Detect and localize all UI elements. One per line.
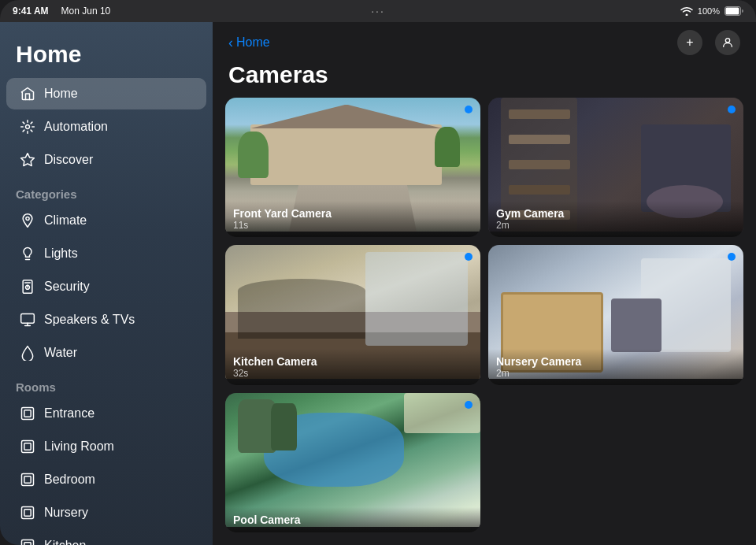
svg-point-4	[26, 217, 29, 220]
camera-info-nursery: Nursery Camera 2m	[488, 349, 743, 385]
status-date: Mon Jun 10	[61, 6, 111, 17]
camera-tile-pool[interactable]: Pool Camera	[225, 393, 480, 532]
sidebar-item-climate[interactable]: Climate	[6, 205, 206, 236]
nursery-label: Nursery	[44, 506, 88, 520]
automation-icon	[19, 118, 36, 135]
climate-label: Climate	[44, 213, 87, 228]
sidebar-item-security[interactable]: Security	[6, 271, 206, 302]
entrance-label: Entrance	[44, 406, 94, 421]
battery-icon	[724, 6, 743, 16]
bedroom-icon	[19, 471, 36, 488]
camera-tile-nursery[interactable]: Nursery Camera 2m	[488, 245, 743, 384]
nursery-icon	[19, 504, 36, 521]
camera-name-gym: Gym Camera	[496, 207, 736, 220]
water-icon	[19, 344, 36, 361]
camera-name-nursery: Nursery Camera	[496, 355, 736, 368]
svg-rect-10	[22, 441, 34, 453]
top-nav: ‹ Home +	[213, 22, 756, 58]
page-title: Cameras	[213, 58, 756, 98]
camera-time-kitchen: 32s	[233, 368, 472, 379]
automation-label: Automation	[44, 120, 108, 134]
add-icon: +	[686, 35, 693, 50]
svg-marker-3	[21, 154, 35, 166]
app-layout: Home Home Automation Discover	[0, 22, 756, 545]
discover-icon	[19, 151, 36, 169]
svg-rect-13	[24, 476, 31, 483]
lights-label: Lights	[44, 247, 78, 261]
lights-icon	[19, 245, 36, 262]
sidebar-item-home[interactable]: Home	[6, 78, 206, 109]
rooms-header: Rooms	[0, 369, 213, 397]
sidebar-title: Home	[0, 35, 213, 77]
home-icon	[19, 85, 36, 102]
live-dot-pool	[465, 401, 472, 409]
camera-info-kitchen: Kitchen Camera 32s	[225, 349, 480, 385]
camera-time-gym: 2m	[496, 220, 736, 231]
sidebar-item-nursery[interactable]: Nursery	[6, 497, 206, 528]
svg-rect-9	[24, 410, 31, 417]
sidebar: Home Home Automation Discover	[0, 22, 213, 545]
main-content: ‹ Home + Cameras	[213, 22, 756, 545]
speakers-icon	[19, 311, 36, 328]
wifi-icon	[680, 6, 693, 16]
svg-rect-14	[22, 507, 34, 519]
camera-time-nursery: 2m	[496, 368, 736, 379]
back-chevron-icon: ‹	[228, 35, 233, 51]
status-right: 100%	[680, 6, 743, 16]
camera-tile-gym[interactable]: Gym Camera 2m	[488, 98, 743, 237]
camera-tile-front-yard[interactable]: Front Yard Camera 11s	[225, 98, 480, 237]
svg-rect-11	[24, 443, 31, 450]
entrance-room-icon	[19, 405, 36, 422]
sidebar-item-bedroom[interactable]: Bedroom	[6, 464, 206, 495]
live-dot-gym	[728, 106, 736, 113]
person-icon	[721, 36, 734, 49]
kitchen-icon	[19, 537, 36, 545]
live-dot-front-yard	[465, 106, 472, 113]
camera-tile-kitchen[interactable]: Kitchen Camera 32s	[225, 245, 480, 384]
top-actions: +	[677, 30, 740, 55]
sidebar-item-kitchen[interactable]: Kitchen	[6, 530, 206, 545]
svg-rect-7	[21, 314, 35, 324]
sidebar-item-living[interactable]: Living Room	[6, 431, 206, 462]
water-label: Water	[44, 346, 77, 360]
svg-rect-15	[24, 510, 31, 516]
camera-name-front-yard: Front Yard Camera	[233, 207, 472, 220]
status-bar: 9:41 AM Mon Jun 10 ··· 100%	[0, 0, 756, 22]
camera-info-gym: Gym Camera 2m	[488, 201, 743, 237]
camera-name-pool: Pool Camera	[233, 513, 472, 526]
camera-grid: Front Yard Camera 11s	[213, 98, 756, 545]
status-dots: ···	[371, 5, 385, 17]
svg-rect-8	[22, 408, 34, 420]
camera-time-front-yard: 11s	[233, 220, 472, 231]
add-button[interactable]: +	[677, 30, 702, 55]
svg-point-18	[725, 39, 729, 43]
sidebar-item-automation[interactable]: Automation	[6, 111, 206, 143]
sidebar-item-lights[interactable]: Lights	[6, 238, 206, 269]
speakers-label: Speakers & TVs	[44, 313, 135, 327]
camera-name-kitchen: Kitchen Camera	[233, 355, 472, 368]
sidebar-item-speakers[interactable]: Speakers & TVs	[6, 304, 206, 336]
living-room-icon	[19, 438, 36, 455]
living-label: Living Room	[44, 439, 114, 454]
svg-point-2	[26, 125, 30, 129]
security-icon	[19, 278, 36, 295]
sidebar-item-discover[interactable]: Discover	[6, 144, 206, 176]
home-label: Home	[44, 87, 78, 101]
svg-rect-1	[726, 8, 739, 15]
camera-info-pool: Pool Camera	[225, 507, 480, 532]
kitchen-label: Kitchen	[44, 539, 86, 545]
categories-header: Categories	[0, 176, 213, 204]
sidebar-item-water[interactable]: Water	[6, 337, 206, 369]
svg-rect-12	[22, 474, 34, 486]
status-battery: 100%	[698, 6, 720, 16]
security-label: Security	[44, 280, 90, 294]
sidebar-item-entrance[interactable]: Entrance	[6, 398, 206, 429]
profile-button[interactable]	[715, 30, 740, 55]
status-time: 9:41 AM	[13, 6, 49, 17]
climate-icon	[19, 212, 36, 229]
bedroom-label: Bedroom	[44, 473, 95, 487]
tablet-frame: 9:41 AM Mon Jun 10 ··· 100% Home	[0, 0, 756, 545]
back-label: Home	[236, 35, 270, 50]
back-button[interactable]: ‹ Home	[228, 35, 270, 51]
discover-label: Discover	[44, 153, 93, 167]
